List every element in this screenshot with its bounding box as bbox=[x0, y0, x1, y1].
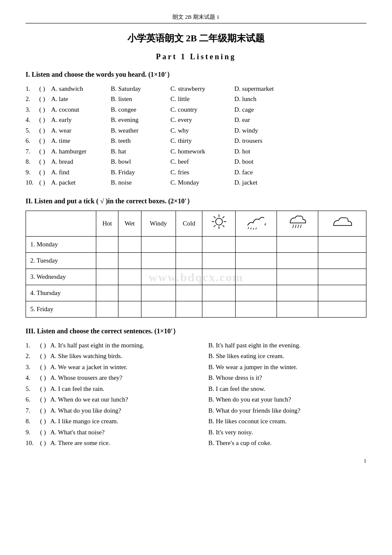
sent-optA: A. I like mango ice cream. bbox=[50, 416, 208, 426]
sent-paren: ( ) bbox=[40, 406, 50, 416]
wet-cell bbox=[118, 301, 141, 317]
row-optD: D. lunch bbox=[234, 94, 257, 104]
sent-optB: B. She likes eating ice cream. bbox=[208, 351, 366, 361]
word-row: 2. ( ) A. late B. listen C. little D. lu… bbox=[26, 94, 366, 104]
col-cloud bbox=[318, 211, 366, 236]
section2: II. Listen and put a tick ( √ )in the co… bbox=[26, 196, 366, 318]
row-optB: B. teeth bbox=[111, 136, 170, 146]
row-optC: C. fries bbox=[170, 168, 234, 177]
row-optA: A. late bbox=[51, 94, 111, 104]
section1-title: I. Listen and choose the words you heard… bbox=[26, 69, 366, 80]
sent-optA: A. We wear a jacket in winter. bbox=[50, 362, 208, 372]
word-row: 10. ( ) A. packet B. noise C. Monday D. … bbox=[26, 178, 366, 188]
sent-num: 5. bbox=[26, 384, 40, 394]
row-optC: C. every bbox=[170, 115, 234, 125]
row-optB: B. listen bbox=[111, 94, 170, 104]
row-optB: B. bowl bbox=[111, 157, 170, 167]
wind-cell bbox=[235, 301, 277, 317]
row-optD: D. boot bbox=[234, 157, 254, 167]
sentence-row: 3. ( ) A. We wear a jacket in winter. B.… bbox=[26, 362, 366, 372]
rain-cell bbox=[277, 236, 318, 252]
row-paren: ( ) bbox=[39, 147, 51, 156]
row-optD: D. jacket bbox=[234, 178, 257, 188]
sentence-row: 10. ( ) A. There are some rice. B. There… bbox=[26, 438, 366, 448]
sent-optA: A. What's that noise? bbox=[50, 428, 208, 437]
cloud-cell bbox=[318, 269, 366, 285]
row-paren: ( ) bbox=[39, 157, 51, 167]
section1: I. Listen and choose the words you heard… bbox=[26, 69, 366, 188]
sent-optB: B. What do your friends like doing? bbox=[208, 406, 366, 416]
rain-cell bbox=[277, 252, 318, 269]
weather-table: Hot Wet Windy Cold bbox=[26, 211, 366, 318]
rain-cell bbox=[277, 301, 318, 317]
row-optC: C. Monday bbox=[170, 178, 234, 188]
word-row: 8. ( ) A. bread B. bowl C. beef D. boot bbox=[26, 157, 366, 167]
sentence-row: 5. ( ) A. I can feel the rain. B. I can … bbox=[26, 384, 366, 394]
sent-paren: ( ) bbox=[40, 351, 50, 361]
cloud-cell bbox=[318, 301, 366, 317]
row-optD: D. windy bbox=[234, 126, 258, 136]
col-sun bbox=[202, 211, 235, 236]
row-num: 1. bbox=[26, 84, 39, 94]
col-hot: Hot bbox=[96, 211, 118, 236]
sent-num: 6. bbox=[26, 395, 40, 405]
wet-cell bbox=[118, 236, 141, 252]
word-row: 5. ( ) A. wear B. weather C. why D. wind… bbox=[26, 126, 366, 136]
sent-num: 3. bbox=[26, 362, 40, 372]
section3: III. Listen and choose the correct sente… bbox=[26, 326, 366, 448]
hot-cell bbox=[96, 269, 118, 285]
sentence-row: 2. ( ) A. She likes watching birds. B. S… bbox=[26, 351, 366, 361]
windy-cell bbox=[141, 269, 176, 285]
sent-paren: ( ) bbox=[40, 428, 50, 437]
svg-line-12 bbox=[298, 225, 299, 228]
sent-optB: B. When do you eat your lunch? bbox=[208, 395, 366, 405]
word-row: 1. ( ) A. sandwich B. Saturday C. strawb… bbox=[26, 84, 366, 94]
col-windy: Windy bbox=[141, 211, 176, 236]
table-row: 4. Thursday bbox=[26, 285, 366, 301]
svg-text:4: 4 bbox=[264, 222, 266, 226]
hot-cell bbox=[96, 301, 118, 317]
row-paren: ( ) bbox=[39, 105, 51, 115]
hot-cell bbox=[96, 252, 118, 269]
row-optB: B. hat bbox=[111, 147, 170, 156]
main-title: 小学英语朗文 2B 二年级期末试题 bbox=[26, 31, 366, 45]
row-optD: D. hot bbox=[234, 147, 251, 156]
day-cell: 3. Wednesday bbox=[26, 269, 96, 285]
cold-cell bbox=[176, 252, 202, 269]
row-num: 10. bbox=[26, 178, 39, 188]
page-number: 1 bbox=[26, 457, 366, 465]
section1-wordlist: 1. ( ) A. sandwich B. Saturday C. strawb… bbox=[26, 84, 366, 188]
row-paren: ( ) bbox=[39, 136, 51, 146]
sent-paren: ( ) bbox=[40, 373, 50, 383]
section3-sentences: 1. ( ) A. It's half past eight in the mo… bbox=[26, 341, 366, 448]
row-paren: ( ) bbox=[39, 84, 51, 94]
sent-num: 10. bbox=[26, 438, 40, 448]
sun-cell bbox=[202, 301, 235, 317]
table-row: 5. Friday bbox=[26, 301, 366, 317]
svg-line-6 bbox=[222, 225, 224, 227]
sent-optA: A. It's half past eight in the morning. bbox=[50, 341, 208, 350]
cloud-icon bbox=[329, 214, 355, 230]
sentence-row: 9. ( ) A. What's that noise? B. It's ver… bbox=[26, 428, 366, 437]
row-num: 9. bbox=[26, 168, 39, 177]
section2-title: II. Listen and put a tick ( √ )in the co… bbox=[26, 196, 366, 206]
sent-num: 8. bbox=[26, 416, 40, 426]
sun-cell bbox=[202, 285, 235, 301]
row-num: 3. bbox=[26, 105, 39, 115]
row-optB: B. Friday bbox=[111, 168, 170, 177]
sentence-row: 7. ( ) A. What do you like doing? B. Wha… bbox=[26, 406, 366, 416]
sent-optB: B. He likes coconut ice cream. bbox=[208, 416, 366, 426]
sent-optA: A. Whose trousers are they? bbox=[50, 373, 208, 383]
row-optA: A. coconut bbox=[51, 105, 111, 115]
row-paren: ( ) bbox=[39, 168, 51, 177]
sentence-row: 6. ( ) A. When do we eat our lunch? B. W… bbox=[26, 395, 366, 405]
row-num: 7. bbox=[26, 147, 39, 156]
row-paren: ( ) bbox=[39, 115, 51, 125]
row-optD: D. trousers bbox=[234, 136, 262, 146]
hot-cell bbox=[96, 285, 118, 301]
row-optD: D. supermarket bbox=[234, 84, 274, 94]
sent-num: 7. bbox=[26, 406, 40, 416]
sent-optA: A. There are some rice. bbox=[50, 438, 208, 448]
sent-optA: A. What do you like doing? bbox=[50, 406, 208, 416]
sent-optB: B. It's half past eight in the evening. bbox=[208, 341, 366, 350]
